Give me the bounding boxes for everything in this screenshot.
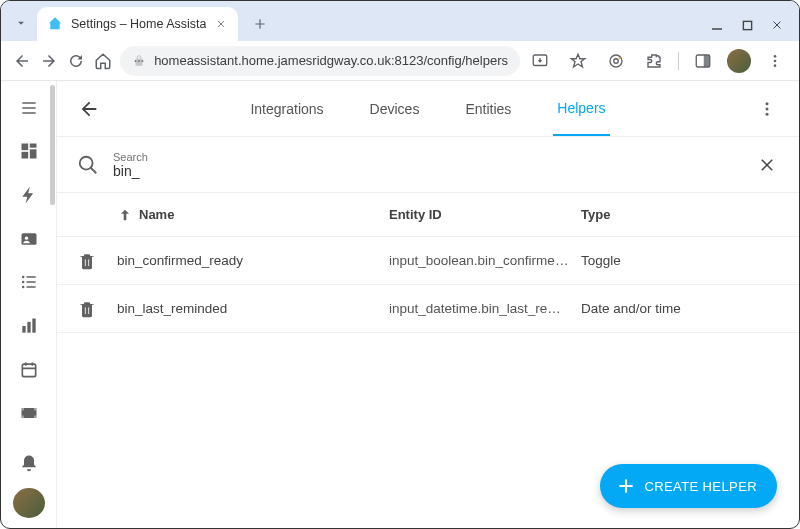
- rail-history[interactable]: [9, 307, 49, 345]
- row-entity-id: input_boolean.bin_confirmed_re…: [389, 253, 569, 268]
- rail-todo[interactable]: [9, 264, 49, 302]
- profile-avatar[interactable]: [727, 49, 751, 73]
- svg-rect-13: [21, 144, 28, 151]
- menu-icon: [19, 98, 39, 118]
- search-field[interactable]: Search: [113, 151, 741, 179]
- svg-point-5: [610, 55, 622, 67]
- nav-forward-button[interactable]: [38, 47, 59, 75]
- close-icon: [758, 156, 776, 174]
- row-type: Toggle: [581, 253, 779, 268]
- user-avatar[interactable]: [13, 488, 45, 518]
- rail-dashboard[interactable]: [9, 133, 49, 171]
- search-input[interactable]: [113, 163, 741, 179]
- camera-button[interactable]: [602, 47, 630, 75]
- window-controls: [709, 17, 785, 33]
- home-icon: [94, 52, 112, 70]
- row-entity-id: input_datetime.bin_last_reminded: [389, 301, 569, 316]
- reload-button[interactable]: [66, 47, 87, 75]
- home-assistant-favicon: [47, 16, 63, 32]
- tab-search-dropdown[interactable]: [9, 11, 33, 35]
- chrome-menu-button[interactable]: [761, 47, 789, 75]
- row-type: Date and/or time: [581, 301, 779, 316]
- rail-media[interactable]: [9, 395, 49, 433]
- filmstrip-icon: [19, 403, 39, 423]
- browser-tab-strip: Settings – Home Assista: [1, 1, 799, 41]
- column-header-type[interactable]: Type: [581, 207, 779, 222]
- side-panel-button[interactable]: [689, 47, 717, 75]
- hamburger-button[interactable]: [9, 89, 49, 127]
- reload-icon: [67, 52, 85, 70]
- svg-rect-16: [21, 152, 28, 159]
- trash-icon: [77, 299, 97, 319]
- toolbar-divider: [678, 52, 679, 70]
- rail-person[interactable]: [9, 220, 49, 258]
- row-name: bin_last_reminded: [117, 301, 377, 316]
- rail-calendar[interactable]: [9, 351, 49, 389]
- rail-scrollbar[interactable]: [50, 85, 55, 205]
- overflow-menu[interactable]: [747, 89, 787, 129]
- svg-point-2: [138, 60, 140, 62]
- svg-point-21: [21, 286, 24, 289]
- dots-vertical-icon: [767, 53, 783, 69]
- nav-back-button[interactable]: [11, 47, 32, 75]
- rail-notifications[interactable]: [9, 444, 49, 482]
- bookmark-button[interactable]: [564, 47, 592, 75]
- svg-point-10: [774, 55, 777, 58]
- install-icon: [531, 52, 549, 70]
- search-icon-wrap: [77, 154, 99, 176]
- svg-rect-25: [22, 364, 35, 377]
- back-button[interactable]: [69, 89, 109, 129]
- config-tabs: Integrations Devices Entities Helpers: [109, 81, 747, 136]
- svg-point-6: [614, 58, 619, 63]
- minimize-icon: [711, 19, 723, 31]
- arrow-left-icon: [78, 98, 100, 120]
- extensions-button[interactable]: [640, 47, 668, 75]
- new-tab-button[interactable]: [246, 10, 274, 38]
- minimize-button[interactable]: [709, 17, 725, 33]
- create-helper-button[interactable]: CREATE HELPER: [600, 464, 777, 508]
- arrow-left-icon: [13, 52, 31, 70]
- close-tab-button[interactable]: [214, 17, 228, 31]
- svg-rect-23: [27, 322, 30, 333]
- home-button[interactable]: [93, 47, 114, 75]
- svg-point-18: [24, 236, 27, 239]
- lens-icon: [607, 52, 625, 70]
- table-row[interactable]: bin_confirmed_ready input_boolean.bin_co…: [57, 237, 799, 285]
- table-row[interactable]: bin_last_reminded input_datetime.bin_las…: [57, 285, 799, 333]
- tab-devices[interactable]: Devices: [366, 81, 424, 136]
- column-header-name[interactable]: Name: [117, 207, 377, 223]
- svg-rect-27: [21, 408, 24, 411]
- plus-icon: [253, 17, 267, 31]
- svg-point-34: [80, 156, 93, 169]
- url-text: homeassistant.home.jamesridgway.co.uk:81…: [154, 53, 508, 68]
- col-name-label: Name: [139, 207, 174, 222]
- trash-icon: [77, 251, 97, 271]
- list-icon: [19, 272, 39, 292]
- rail-energy[interactable]: [9, 176, 49, 214]
- maximize-button[interactable]: [739, 17, 755, 33]
- sort-arrow: [117, 207, 133, 223]
- tab-helpers[interactable]: Helpers: [553, 81, 609, 136]
- clear-search-button[interactable]: [755, 153, 779, 177]
- chart-icon: [19, 316, 39, 336]
- install-app-button[interactable]: [526, 47, 554, 75]
- tab-integrations[interactable]: Integrations: [246, 81, 327, 136]
- fab-label: CREATE HELPER: [644, 479, 757, 494]
- maximize-icon: [742, 20, 753, 31]
- svg-rect-28: [21, 416, 24, 419]
- address-bar[interactable]: homeassistant.home.jamesridgway.co.uk:81…: [120, 46, 520, 76]
- svg-point-7: [619, 56, 621, 58]
- close-window-button[interactable]: [769, 17, 785, 33]
- search-icon: [77, 154, 99, 176]
- dots-vertical-icon: [758, 100, 776, 118]
- tab-entities[interactable]: Entities: [461, 81, 515, 136]
- column-header-entity[interactable]: Entity ID: [389, 207, 569, 222]
- arrow-right-icon: [40, 52, 58, 70]
- browser-tab[interactable]: Settings – Home Assista: [37, 7, 238, 41]
- table-header-row: Name Entity ID Type: [57, 193, 799, 237]
- svg-rect-15: [29, 150, 36, 159]
- svg-point-1: [135, 60, 137, 62]
- puzzle-icon: [645, 52, 663, 70]
- main-content: Integrations Devices Entities Helpers Se…: [57, 81, 799, 529]
- dashboard-icon: [19, 141, 39, 161]
